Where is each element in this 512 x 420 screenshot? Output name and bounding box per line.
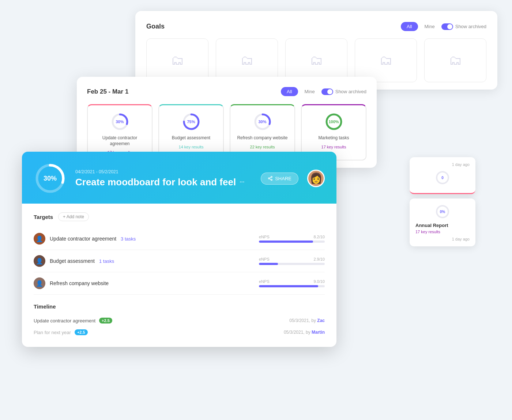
timeline-author-2: Martin bbox=[312, 330, 325, 335]
folder-card-1[interactable]: 🗂 bbox=[146, 38, 208, 82]
goal-label-4: Marketing tasks bbox=[318, 135, 349, 141]
detail-percent: 30% bbox=[44, 175, 57, 182]
side-card-1: 1 day ago 0 bbox=[410, 157, 475, 194]
enps-text-2: eNPS bbox=[259, 257, 270, 261]
timeline-badge-2: +2.5 bbox=[75, 329, 88, 335]
goal-donut-1: 30% bbox=[110, 112, 130, 132]
detail-header: 30% 04/2/2021 - 05/2/2021 Create moodboa… bbox=[22, 152, 336, 204]
annual-report-card: 0% Annual Report 17 key results 1 day ag… bbox=[410, 198, 475, 246]
target-row-1: 👤 Update contractor agreement 3 tasks eN… bbox=[34, 228, 325, 250]
share-button[interactable]: SHARE bbox=[261, 173, 298, 185]
folder-icon-2: 🗂 bbox=[240, 53, 253, 68]
enps-bar-fill-3 bbox=[259, 285, 318, 287]
share-icon bbox=[268, 176, 273, 181]
weekly-show-archived-label: Show archived bbox=[335, 89, 366, 94]
timeline-badge-1: +2.5 bbox=[99, 318, 112, 323]
target-right-3: eNPS 9.0/10 bbox=[259, 279, 325, 287]
goal-percent-4: 100% bbox=[328, 120, 339, 124]
weekly-archived-toggle[interactable] bbox=[321, 88, 333, 95]
goal-key-results-4: 17 key results bbox=[321, 145, 346, 149]
folder-icon-4: 🗂 bbox=[379, 53, 392, 68]
goal-label-1: Update contractor agreemen bbox=[92, 135, 147, 147]
detail-body: Targets + Add note 👤 Update contractor a… bbox=[22, 204, 336, 347]
target-tasks-link-2[interactable]: 1 tasks bbox=[99, 258, 114, 264]
targets-title: Targets bbox=[34, 214, 53, 220]
folder-card-2[interactable]: 🗂 bbox=[216, 38, 278, 82]
targets-header: Targets + Add note bbox=[34, 212, 325, 221]
target-avatar-3: 👤 bbox=[34, 277, 45, 289]
target-left-3: 👤 Refresh company website bbox=[34, 277, 109, 289]
enps-score-3: 9.0/10 bbox=[313, 279, 325, 284]
dots-icon[interactable]: ··· bbox=[240, 179, 244, 185]
goal-label-2: Budget assessment bbox=[172, 135, 210, 141]
target-row-2: 👤 Budget assessment 1 tasks eNPS 2.9/10 bbox=[34, 250, 325, 272]
enps-bar-bg-3 bbox=[259, 285, 325, 287]
goal-percent-3: 30% bbox=[258, 120, 266, 124]
side-cards: 1 day ago 0 0% bbox=[410, 157, 475, 246]
target-name-1: Update contractor agreement bbox=[50, 236, 116, 242]
target-enps-label-3: eNPS 9.0/10 bbox=[259, 279, 325, 284]
timeline-title: Timeline bbox=[34, 303, 325, 310]
scene: Goals All Mine Show archived 🗂 🗂 🗂 🗂 bbox=[0, 0, 512, 420]
target-right-1: eNPS 8.2/10 bbox=[259, 235, 325, 243]
share-label: SHARE bbox=[275, 176, 291, 181]
goals-controls: All Mine Show archived bbox=[401, 22, 486, 31]
folder-card-4[interactable]: 🗂 bbox=[355, 38, 417, 82]
annual-report-time: 1 day ago bbox=[415, 237, 470, 241]
timeline-left-2: Plan for next year +2.5 bbox=[34, 329, 88, 335]
timeline-author-1: Zac bbox=[317, 318, 325, 323]
enps-text-1: eNPS bbox=[259, 235, 270, 239]
enps-bar-fill-1 bbox=[259, 241, 313, 243]
side-card-1-donut-wrap: 0 bbox=[415, 170, 470, 186]
target-left-1: 👤 Update contractor agreement 3 tasks bbox=[34, 233, 136, 245]
target-left-2: 👤 Budget assessment 1 tasks bbox=[34, 255, 114, 267]
annual-report-title: Annual Report bbox=[415, 223, 470, 228]
svg-point-14 bbox=[268, 178, 270, 179]
goal-key-results-3: 22 key results bbox=[250, 145, 275, 149]
folder-card-3[interactable]: 🗂 bbox=[285, 38, 347, 82]
mine-button[interactable]: Mine bbox=[422, 22, 438, 31]
enps-bar-bg-1 bbox=[259, 241, 325, 243]
all-button[interactable]: All bbox=[401, 22, 418, 31]
goal-percent-1: 30% bbox=[116, 120, 124, 124]
detail-date: 04/2/2021 - 05/2/2021 bbox=[75, 169, 252, 174]
timeline-section: Timeline Update contractor agreement +2.… bbox=[34, 303, 325, 338]
folder-card-5[interactable]: 🗂 bbox=[424, 38, 486, 82]
annual-report-percent: 0% bbox=[440, 210, 445, 214]
goals-title: Goals bbox=[146, 23, 165, 30]
folder-row: 🗂 🗂 🗂 🗂 🗂 bbox=[146, 38, 486, 82]
annual-report-donut: 0% bbox=[434, 204, 451, 220]
add-note-button[interactable]: + Add note bbox=[58, 212, 89, 221]
enps-score-1: 8.2/10 bbox=[313, 235, 325, 239]
target-enps-label-2: eNPS 2.9/10 bbox=[259, 257, 325, 261]
weekly-title: Feb 25 - Mar 1 bbox=[87, 88, 128, 95]
detail-header-info: 04/2/2021 - 05/2/2021 Create moodboard f… bbox=[75, 169, 252, 188]
weekly-mine-button[interactable]: Mine bbox=[302, 87, 318, 96]
target-avatar-1: 👤 bbox=[34, 233, 45, 245]
target-enps-label-1: eNPS 8.2/10 bbox=[259, 235, 325, 239]
goal-donut-4: 100% bbox=[324, 112, 344, 132]
timeline-right-1: 05/3/2021, by Zac bbox=[289, 318, 325, 323]
annual-report-donut-wrap: 0% bbox=[415, 204, 470, 220]
target-avatar-2: 👤 bbox=[34, 255, 45, 267]
goal-label-3: Refresh company website bbox=[237, 135, 287, 141]
enps-bar-fill-2 bbox=[259, 263, 278, 265]
enps-score-2: 2.9/10 bbox=[313, 257, 325, 261]
enps-text-3: eNPS bbox=[259, 279, 270, 284]
weekly-toggle-container: Show archived bbox=[321, 88, 366, 95]
target-tasks-link-1[interactable]: 3 tasks bbox=[121, 236, 136, 242]
timeline-label-1: Update contractor agreement bbox=[34, 318, 95, 323]
avatar: 👩 bbox=[307, 170, 325, 187]
detail-title-row: Create moodboard for look and feel ··· bbox=[75, 177, 252, 188]
timeline-row-2: Plan for next year +2.5 05/3/2021, by Ma… bbox=[34, 326, 325, 338]
goal-donut-2: 75% bbox=[181, 112, 201, 132]
svg-line-17 bbox=[270, 177, 271, 178]
avatar-face: 👩 bbox=[310, 173, 323, 183]
detail-card: 30% 04/2/2021 - 05/2/2021 Create moodboa… bbox=[22, 152, 336, 347]
annual-report-key-results: 17 key results bbox=[415, 230, 470, 234]
timeline-left-1: Update contractor agreement +2.5 bbox=[34, 318, 112, 323]
target-name-3: Refresh company website bbox=[50, 280, 109, 286]
archived-toggle[interactable] bbox=[441, 23, 453, 30]
weekly-all-button[interactable]: All bbox=[281, 87, 298, 96]
target-name-2: Budget assessment bbox=[50, 258, 95, 264]
